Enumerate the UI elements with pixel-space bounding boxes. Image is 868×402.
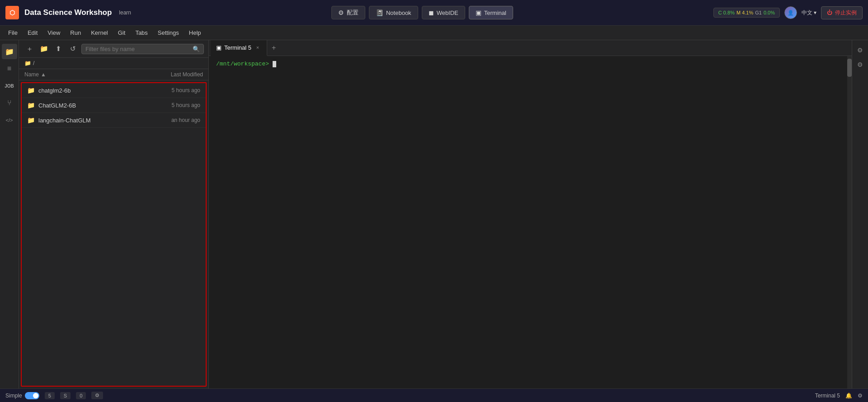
file-name-cell: 📁 ChatGLM2-6B (27, 102, 76, 109)
menu-kernel[interactable]: Kernel (86, 28, 113, 38)
new-file-button[interactable]: ＋ (24, 43, 35, 55)
gpu-usage: 0.0% (764, 10, 775, 15)
name-column-header[interactable]: Name ▲ (24, 71, 46, 78)
gpu-label: G1 (755, 10, 762, 15)
statusbar-right: Terminal 5 🔔 ⚙ (815, 393, 863, 399)
terminal-tab-label: Terminal 5 (224, 44, 251, 51)
search-input[interactable] (85, 46, 190, 52)
folder-path-icon: 📁 (24, 60, 31, 66)
path-bar: 📁 / (19, 58, 208, 69)
menu-run[interactable]: Run (66, 28, 85, 38)
file-list: 📁 chatglm2-6b 5 hours ago 📁 ChatGLM2-6B … (21, 82, 207, 387)
config-label: 配置 (347, 9, 359, 17)
menu-tabs[interactable]: Tabs (131, 28, 152, 38)
cpu-usage: C 0.8% (718, 10, 735, 15)
status-settings-icon[interactable]: ⚙ (858, 393, 863, 399)
left-sidebar: 📁 ≡ JOB ⑂ </> (0, 40, 19, 388)
webide-button[interactable]: ◼ WebIDE (422, 6, 465, 19)
topbar: ⬡ Data Science Workshop learn ⚙ 配置 📓 Not… (0, 0, 868, 26)
new-folder-button[interactable]: 📁 (38, 43, 50, 55)
zero-count: 0 (80, 393, 82, 398)
zero-badge: 0 (76, 392, 86, 399)
stop-instance-button[interactable]: ⏻ 停止实例 (821, 6, 863, 19)
topbar-right: C 0.8% M 4.1% G1 0.0% 👤 中文 ▾ ⏻ 停止实例 (713, 6, 863, 19)
right-settings-icon-top[interactable]: ⚙ (854, 44, 867, 56)
menu-git[interactable]: Git (113, 28, 130, 38)
terminal-tab-bar: ▣ Terminal 5 × + (209, 40, 852, 56)
terminal-nav-icon: ▣ (476, 9, 481, 16)
sidebar-item-job[interactable]: JOB (2, 78, 17, 93)
language-selector[interactable]: 中文 ▾ (802, 9, 816, 17)
menubar: File Edit View Run Kernel Git Tabs Setti… (0, 26, 868, 40)
gear-status-badge[interactable]: ⚙ (91, 392, 103, 399)
terminal-cursor (273, 61, 276, 67)
right-sidebar: ⚙ ⚙ (852, 40, 868, 388)
simple-toggle[interactable]: Simple (5, 392, 39, 399)
folder-icon: 📁 (27, 87, 35, 94)
config-button[interactable]: ⚙ 配置 (331, 6, 365, 19)
sidebar-item-files[interactable]: 📁 (2, 44, 17, 59)
main-area: 📁 ≡ JOB ⑂ </> ＋ 📁 ⬆ ↺ 🔍 📁 / Name ▲ Last (0, 40, 868, 388)
terminal-icon: ▣ (216, 44, 222, 51)
menu-file[interactable]: File (4, 28, 22, 38)
file-name: chatglm2-6b (38, 87, 71, 94)
menu-view[interactable]: View (43, 28, 65, 38)
notebook-icon: 📓 (376, 9, 383, 16)
resource-monitor: C 0.8% M 4.1% G1 0.0% (713, 8, 780, 18)
file-modified-time: 5 hours ago (172, 102, 200, 108)
s-badge: S (60, 392, 71, 399)
table-row[interactable]: 📁 ChatGLM2-6B 5 hours ago (22, 98, 206, 113)
lang-label: 中文 (802, 9, 812, 17)
path-text: / (33, 60, 34, 66)
menu-edit[interactable]: Edit (23, 28, 42, 38)
terminal-button[interactable]: ▣ Terminal (469, 6, 513, 19)
statusbar: Simple 5 S 0 ⚙ Terminal 5 🔔 ⚙ (0, 388, 868, 402)
s-label: S (64, 393, 67, 398)
file-panel: ＋ 📁 ⬆ ↺ 🔍 📁 / Name ▲ Last Modified 📁 (19, 40, 209, 388)
config-icon: ⚙ (338, 9, 344, 16)
webide-icon: ◼ (429, 9, 434, 16)
terminal-tab-5[interactable]: ▣ Terminal 5 × (211, 40, 267, 56)
right-settings-icon-bottom[interactable]: ⚙ (854, 58, 867, 71)
simple-label: Simple (5, 393, 22, 399)
table-row[interactable]: 📁 langchain-ChatGLM an hour ago (22, 113, 206, 128)
add-tab-button[interactable]: + (267, 40, 280, 56)
file-name: langchain-ChatGLM (38, 117, 91, 124)
terminal-nav-label: Terminal (484, 9, 506, 16)
table-row[interactable]: 📁 chatglm2-6b 5 hours ago (22, 83, 206, 98)
terminal-scrollbar-thumb[interactable] (847, 59, 852, 77)
avatar[interactable]: 👤 (784, 6, 797, 19)
refresh-button[interactable]: ↺ (67, 43, 79, 55)
notebook-button[interactable]: 📓 Notebook (369, 6, 418, 19)
terminal-content[interactable]: /mnt/workspace> (209, 56, 852, 388)
terminal-scrollbar[interactable] (847, 56, 852, 388)
search-icon: 🔍 (193, 46, 200, 52)
menu-help[interactable]: Help (184, 28, 206, 38)
file-toolbar: ＋ 📁 ⬆ ↺ 🔍 (19, 40, 208, 58)
search-box: 🔍 (81, 44, 204, 54)
terminal-count: 5 (48, 393, 51, 398)
notification-icon[interactable]: 🔔 (845, 393, 852, 399)
folder-icon: 📁 (27, 102, 35, 109)
close-tab-button[interactable]: × (254, 44, 261, 51)
file-list-header: Name ▲ Last Modified (19, 69, 208, 80)
sidebar-item-code[interactable]: </> (2, 112, 17, 128)
file-modified-time: 5 hours ago (172, 87, 200, 93)
logo-icon: ⬡ (9, 9, 15, 16)
sort-icon: ▲ (41, 71, 46, 78)
toggle-switch[interactable] (25, 392, 39, 399)
modified-column-header[interactable]: Last Modified (171, 71, 203, 78)
sidebar-item-branch[interactable]: ⑂ (2, 95, 17, 111)
app-title: Data Science Workshop (24, 8, 112, 17)
webide-label: WebIDE (437, 9, 458, 16)
file-name-cell: 📁 chatglm2-6b (27, 87, 71, 94)
upload-button[interactable]: ⬆ (52, 43, 64, 55)
terminal-count-badge: 5 (45, 392, 55, 399)
topbar-nav: ⚙ 配置 📓 Notebook ◼ WebIDE ▣ Terminal (331, 6, 513, 19)
app-logo: ⬡ (5, 6, 19, 19)
menu-settings[interactable]: Settings (153, 28, 184, 38)
mem-usage: M 4.1% (736, 10, 753, 15)
learn-label: learn (119, 9, 131, 16)
sidebar-item-list[interactable]: ≡ (2, 61, 17, 76)
power-icon: ⏻ (827, 9, 832, 16)
